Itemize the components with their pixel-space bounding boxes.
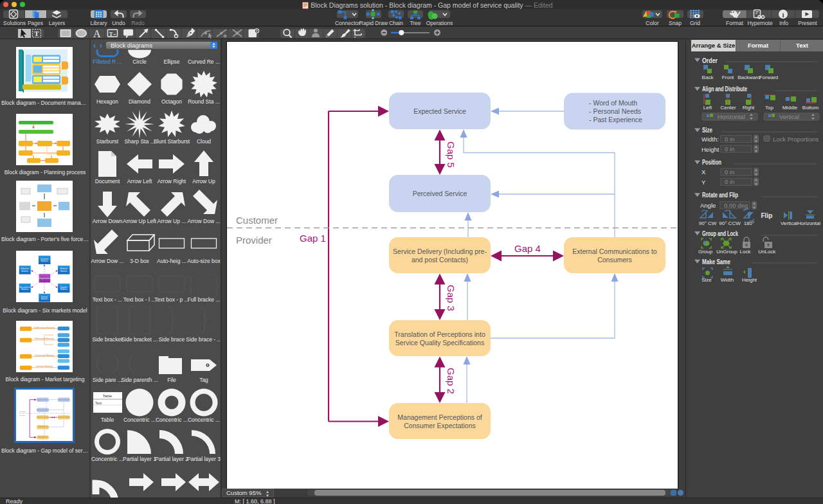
svg-text:Height: Height [701,146,719,153]
svg-text:Markets: Markets [21,288,28,291]
svg-text:Service Quality Specifications: Service Quality Specifications [395,339,484,346]
svg-text:Perceived Serv.: Perceived Serv. [37,409,48,411]
svg-text:3-D box: 3-D box [130,258,150,264]
svg-text:Partial layer 3: Partial layer 3 [187,456,221,462]
svg-text:Side bracket: Side bracket [92,336,123,343]
svg-text:Service Delivery: Service Delivery [37,416,49,419]
svg-text:Gap 3: Gap 3 [446,285,457,311]
svg-text:Side brace - ...: Side brace - ... [186,336,221,343]
svg-text:0 in: 0 in [725,168,734,176]
svg-text:Arrow Right: Arrow Right [158,178,186,184]
svg-text:Y: Y [701,179,706,186]
svg-text:Lock: Lock [740,249,752,255]
svg-text:Auto-heig ...: Auto-heig ... [157,258,186,264]
svg-text:Cloud: Cloud [197,138,211,145]
svg-text:Partial layer 2: Partial layer 2 [155,456,188,462]
svg-text:Width: Width [721,277,734,283]
svg-text:- Word of Mouth: - Word of Mouth [589,99,637,107]
svg-text:Concentrated Marketing: Concentrated Marketing [35,354,54,357]
svg-text:Table: Table [103,394,113,398]
svg-text:Expected Serv.: Expected Serv. [37,399,49,401]
svg-text:Blunt Starburst: Blunt Starburst [154,138,190,145]
svg-text:Markets: Markets [21,270,28,273]
svg-text:Markets: Markets [41,298,48,300]
svg-text:Starburst: Starburst [96,138,119,145]
svg-text:Front: Front [722,75,734,80]
svg-text:Gap 5: Gap 5 [446,141,457,168]
svg-text:Tag: Tag [199,377,208,383]
svg-text:Size: Size [701,277,712,283]
svg-text:Concentric ...: Concentric ... [91,456,123,462]
svg-text:Table: Table [101,417,114,423]
svg-text:Rotate and Flip: Rotate and Flip [702,192,738,199]
svg-text:Horizontal: Horizontal [718,113,745,120]
svg-text:Horizontal: Horizontal [797,221,820,226]
svg-text:Undifferentiated Marketing: Undifferentiated Marketing [34,327,55,329]
svg-text:Document: Document [95,178,120,184]
svg-text:Center: Center [721,105,736,111]
svg-text:Perceived Service: Perceived Service [413,190,467,197]
svg-text:Markets: Markets [60,288,68,291]
svg-text:0 in: 0 in [725,178,734,185]
svg-text:Side brace: Side brace [159,336,185,343]
svg-text:File: File [167,377,176,383]
svg-text:Auto-size box: Auto-size box [187,258,221,264]
svg-text:Provider: Provider [19,415,25,417]
svg-text:Gap 4: Gap 4 [514,243,541,254]
svg-text:and post Contacts): and post Contacts) [412,256,468,264]
svg-text:Text box - ...: Text box - ... [93,296,122,303]
svg-text:Gap 1: Gap 1 [300,233,326,244]
svg-text:Differentiated Marketing: Differentiated Marketing [35,338,54,340]
svg-text:Arrow Up Left: Arrow Up Left [123,218,157,224]
svg-text:Middle: Middle [782,105,798,111]
svg-text:UnLock: UnLock [758,249,776,255]
svg-text:Arrow Up: Arrow Up [192,178,215,184]
svg-text:Group and Lock: Group and Lock [702,230,738,237]
svg-text:Side parenth ...: Side parenth ... [121,377,158,383]
svg-text:0 in: 0 in [725,136,734,143]
svg-text:Full bracke ...: Full bracke ... [187,296,220,303]
svg-text:Bottom: Bottom [802,105,819,111]
svg-text:Markets: Markets [41,260,48,262]
svg-text:Vertical: Vertical [779,113,799,120]
svg-text:Translation of: Translation of [38,426,48,428]
svg-text:Align and Distribute: Align and Distribute [702,86,747,93]
svg-text:Markets: Markets [60,270,68,273]
svg-text:Customer: Customer [19,411,26,413]
svg-text:Top: Top [765,105,773,111]
svg-text:Word of Mouth: Word of Mouth [59,399,70,401]
svg-text:Concentric ...: Concentric ... [188,417,220,423]
svg-text:Side pare ...: Side pare ... [93,377,122,383]
svg-text:Concentric ...: Concentric ... [156,417,188,423]
svg-text:- Past Experience: - Past Experience [589,116,642,123]
svg-text:External Comm.: External Comm. [58,416,70,419]
svg-text:Octagon: Octagon [161,98,182,105]
svg-text:Provider: Provider [236,235,272,246]
svg-text:Height: Height [742,277,757,283]
svg-text:90° CW: 90° CW [699,221,717,226]
svg-text:Consumer Marketing: Consumer Marketing [36,365,53,368]
svg-text:Expected Service: Expected Service [413,107,466,115]
svg-text:UnGroup: UnGroup [716,249,737,255]
svg-text:Width:: Width: [701,136,719,143]
svg-text:Round Sta ...: Round Sta ... [188,98,220,105]
svg-text:Consumers: Consumers [597,256,632,264]
svg-text:Back: Back [702,75,714,80]
svg-text:Diamond: Diamond [129,98,150,105]
svg-text:90° CCW: 90° CCW [719,221,741,226]
svg-text:Make Same: Make Same [702,258,730,266]
svg-text:Ellipse: Ellipse [163,59,179,65]
svg-text:External Communications to: External Communications to [572,248,656,255]
svg-text:Arrow Up ...: Arrow Up ... [158,218,186,224]
svg-text:180°: 180° [744,221,755,226]
svg-text:Text: Text [95,401,102,405]
svg-text:Text box - l ...: Text box - l ... [123,296,156,303]
svg-text:Translation of Perceptions int: Translation of Perceptions into [394,330,485,338]
svg-text:Concentric ...: Concentric ... [123,417,156,423]
svg-text:Group: Group [698,249,713,255]
svg-text:0 in: 0 in [725,145,734,152]
svg-text:Service Delivery (Including pr: Service Delivery (Including pre- [393,248,487,255]
svg-text:Order: Order [702,57,718,64]
svg-text:Right: Right [743,105,755,111]
svg-text:Circle: Circle [132,59,147,65]
